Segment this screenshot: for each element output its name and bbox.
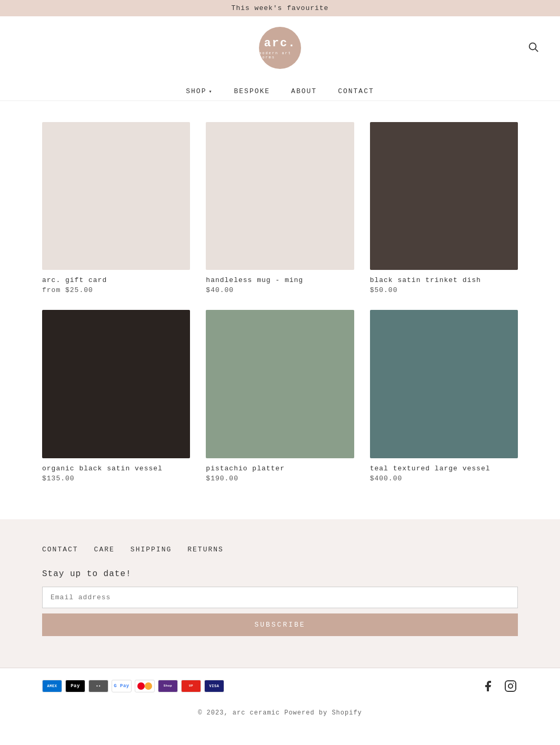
product-image-1 <box>206 122 354 270</box>
product-name-1: handleless mug - ming <box>206 276 354 284</box>
product-price-0: from $25.00 <box>42 286 190 294</box>
product-price-2: $50.00 <box>370 286 518 294</box>
product-card-4[interactable]: pistachio platter $190.00 <box>206 310 354 482</box>
product-image-0 <box>42 122 190 270</box>
footer-link-care[interactable]: CARE <box>94 546 115 553</box>
footer-link-returns[interactable]: RETURNS <box>187 546 224 553</box>
logo-container[interactable]: arc. modern art forms <box>21 27 539 69</box>
payment-gpay-icon: G Pay <box>112 680 132 692</box>
main-nav: SHOP ▾ BESPOKE ABOUT CONTACT <box>0 79 560 101</box>
search-button[interactable] <box>527 41 539 55</box>
product-card-5[interactable]: teal textured large vessel $400.00 <box>370 310 518 482</box>
footer: CONTACT CARE SHIPPING RETURNS Stay up to… <box>0 519 560 668</box>
logo-text: arc. <box>264 37 296 50</box>
social-icons <box>481 679 518 693</box>
product-price-3: $135.00 <box>42 475 190 482</box>
logo[interactable]: arc. modern art forms <box>259 27 301 69</box>
nav-item-bespoke[interactable]: BESPOKE <box>234 87 271 95</box>
search-icon <box>527 41 539 53</box>
product-price-1: $40.00 <box>206 286 354 294</box>
svg-line-1 <box>535 49 538 52</box>
footer-link-shipping[interactable]: SHIPPING <box>131 546 172 553</box>
product-card-1[interactable]: handleless mug - ming $40.00 <box>206 122 354 294</box>
newsletter-section: Stay up to date! SUBSCRIBE <box>42 569 518 636</box>
product-card-3[interactable]: organic black satin vessel $135.00 <box>42 310 190 482</box>
payment-visa-icon: VISA <box>204 680 224 692</box>
logo-subtext: modern art forms <box>259 51 301 59</box>
product-name-0: arc. gift card <box>42 276 190 284</box>
product-image-4 <box>206 310 354 458</box>
subscribe-button[interactable]: SUBSCRIBE <box>42 613 518 636</box>
product-image-3 <box>42 310 190 458</box>
top-banner: This week's favourite <box>0 0 560 16</box>
instagram-icon[interactable] <box>503 679 518 693</box>
payment-applepay-icon: Pay <box>65 680 85 692</box>
payment-unionpay-icon: UP <box>181 680 201 692</box>
product-card-0[interactable]: arc. gift card from $25.00 <box>42 122 190 294</box>
header: arc. modern art forms <box>0 16 560 79</box>
product-name-3: organic black satin vessel <box>42 465 190 472</box>
svg-point-0 <box>529 43 536 50</box>
product-image-5 <box>370 310 518 458</box>
svg-point-4 <box>513 682 514 683</box>
payment-amex-icon: AMEX <box>42 680 62 692</box>
nav-item-about[interactable]: ABOUT <box>291 87 317 95</box>
product-price-4: $190.00 <box>206 475 354 482</box>
product-name-2: black satin trinket dish <box>370 276 518 284</box>
facebook-icon[interactable] <box>481 679 495 693</box>
product-card-2[interactable]: black satin trinket dish $50.00 <box>370 122 518 294</box>
footer-links: CONTACT CARE SHIPPING RETURNS <box>42 546 518 553</box>
payment-generic-icon: ▪▪ <box>88 680 108 692</box>
newsletter-title: Stay up to date! <box>42 569 518 579</box>
product-grid: arc. gift card from $25.00 handleless mu… <box>0 101 560 504</box>
banner-text: This week's favourite <box>232 4 329 12</box>
product-image-2 <box>370 122 518 270</box>
product-name-5: teal textured large vessel <box>370 465 518 472</box>
email-input[interactable] <box>42 587 518 608</box>
product-name-4: pistachio platter <box>206 465 354 472</box>
nav-item-contact[interactable]: CONTACT <box>338 87 374 95</box>
payment-icons: AMEX Pay ▪▪ G Pay Shop UP VISA <box>42 680 224 692</box>
svg-rect-2 <box>505 681 516 691</box>
svg-point-3 <box>508 684 513 688</box>
nav-item-shop[interactable]: SHOP ▾ <box>186 87 213 95</box>
copyright: © 2023, arc ceramic Powered by Shopify <box>0 704 560 722</box>
product-price-5: $400.00 <box>370 475 518 482</box>
payment-mastercard-icon <box>135 680 155 692</box>
footer-link-contact[interactable]: CONTACT <box>42 546 78 553</box>
payment-shopify-icon: Shop <box>158 680 178 692</box>
bottom-footer: AMEX Pay ▪▪ G Pay Shop UP VISA <box>0 668 560 704</box>
chevron-down-icon: ▾ <box>208 88 213 95</box>
